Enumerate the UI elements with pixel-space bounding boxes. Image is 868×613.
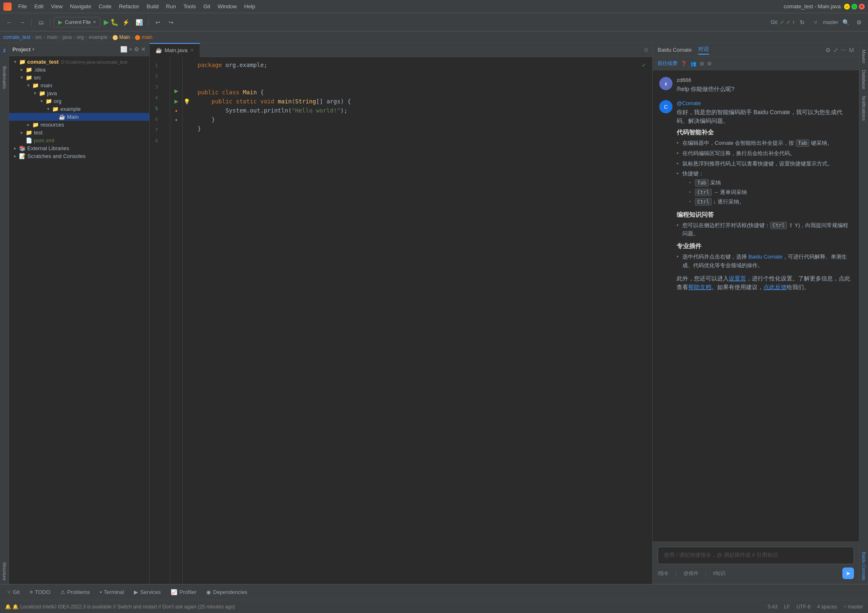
breadcrumb-item[interactable]: comate_test	[3, 34, 30, 40]
menu-view[interactable]: View	[48, 2, 66, 10]
ai-input-box[interactable]: 使用 / 调起快捷指令，@ 调起插件或 # 引用知识	[658, 547, 854, 564]
notifications-label[interactable]: Notifications	[860, 93, 868, 124]
tree-item-main-folder[interactable]: ▾ 📁 main	[9, 81, 149, 89]
hint-bulb[interactable]: 💡	[184, 97, 190, 106]
undo-button[interactable]: ↩	[152, 17, 164, 28]
ai-toolbar-help[interactable]: ❓	[681, 61, 687, 67]
tree-item-idea[interactable]: ▸ 📁 .idea	[9, 66, 149, 74]
project-dropdown[interactable]: ▾	[32, 47, 35, 52]
tree-item-scratches[interactable]: ▸ 📝 Scratches and Consoles	[9, 152, 149, 160]
ai-toolbar-grid[interactable]: ⊞	[700, 61, 704, 67]
git-branch-icon[interactable]: ⑂	[810, 17, 821, 28]
close-panel-button[interactable]: ✕	[141, 46, 146, 53]
run-gutter-line5[interactable]: ▶	[174, 97, 178, 106]
feedback-link[interactable]: 点此反馈	[763, 284, 787, 290]
debug-button[interactable]: 🐛	[110, 18, 119, 26]
run-config-selector[interactable]: ▶ Current File ▾	[54, 17, 100, 27]
outer-layout: 2 Bookmarks Structure Project ▾ ⬜ ⌖ ⚙ ✕ …	[0, 43, 868, 584]
hint-plugins[interactable]: @插件	[683, 570, 698, 577]
ai-hide-button[interactable]: M	[849, 47, 854, 53]
indent-setting[interactable]: 4 spaces	[817, 604, 837, 610]
breadcrumb-item[interactable]: example	[89, 34, 107, 40]
search-button[interactable]: 🔍	[840, 17, 851, 28]
ai-expand-button[interactable]: ⤢	[833, 47, 838, 53]
help-link[interactable]: 帮助文档	[688, 284, 711, 290]
profile-button[interactable]: 📊	[134, 17, 145, 28]
minimize-button[interactable]: ─	[844, 4, 850, 10]
bottom-tab-services[interactable]: ▶ Services	[130, 587, 165, 597]
menu-git[interactable]: Git	[200, 2, 214, 10]
close-button[interactable]: ✕	[859, 4, 865, 10]
bottom-tab-profiler[interactable]: 📈 Profiler	[167, 587, 200, 597]
tree-item-pom[interactable]: ▸ 📄 pom.xml	[9, 136, 149, 144]
redo-button[interactable]: ↪	[165, 17, 177, 28]
collapse-all-button[interactable]: ⬜	[120, 46, 127, 53]
bottom-tab-todo[interactable]: ≡ TODO	[26, 587, 55, 597]
code-editor[interactable]: package org.example; public class Main {…	[191, 57, 652, 584]
tree-item-src[interactable]: ▾ 📁 src	[9, 74, 149, 81]
line-separator[interactable]: LF	[784, 604, 790, 610]
menu-code[interactable]: Code	[95, 2, 115, 10]
cursor-position[interactable]: 5:43	[768, 604, 777, 610]
tab-close-main-java[interactable]: ✕	[190, 48, 194, 53]
tree-item-test[interactable]: ▸ 📁 test	[9, 129, 149, 136]
project-icon[interactable]: 🗂	[35, 17, 47, 28]
back-button[interactable]: ←	[3, 17, 15, 28]
tree-item-external-libs[interactable]: ▸ 📚 External Libraries	[9, 144, 149, 152]
tree-item-example[interactable]: ▾ 📁 example	[9, 105, 149, 113]
git-branch-status[interactable]: ⑂ master	[844, 604, 863, 610]
settings-link[interactable]: 设置页	[729, 275, 746, 282]
coverage-button[interactable]: ⚡	[120, 17, 132, 28]
maven-label[interactable]: Maven	[860, 46, 868, 67]
tree-item-java-folder[interactable]: ▾ 📁 java	[9, 89, 149, 97]
tree-item-org[interactable]: ▾ 📁 org	[9, 97, 149, 105]
database-label[interactable]: Database	[860, 67, 868, 93]
breadcrumb-item[interactable]: ⬤ Main	[112, 34, 130, 40]
ai-settings-button[interactable]: ⚙	[825, 47, 831, 53]
bottom-tab-git[interactable]: ⑂ Git	[3, 587, 24, 597]
menu-help[interactable]: Help	[241, 2, 259, 10]
menu-file[interactable]: File	[15, 2, 30, 10]
forward-button[interactable]: →	[17, 17, 28, 28]
file-encoding[interactable]: UTF-8	[796, 604, 811, 610]
ai-toolbar-settings2[interactable]: ⚙	[707, 61, 712, 67]
structure-side-label[interactable]: Structure	[0, 559, 9, 584]
breadcrumb-item[interactable]: main	[47, 34, 57, 40]
git-refresh[interactable]: ↻	[796, 17, 808, 28]
menu-edit[interactable]: Edit	[31, 2, 47, 10]
send-button[interactable]: ➤	[842, 568, 854, 579]
locate-file-button[interactable]: ⌖	[129, 46, 132, 53]
hint-knowledge[interactable]: #知识	[713, 570, 726, 577]
menu-build[interactable]: Build	[143, 2, 162, 10]
editor-tab-main-java[interactable]: ☕ Main.java ✕	[150, 43, 200, 57]
tab-gear-button[interactable]: ⚙	[640, 47, 652, 53]
bottom-tab-problems[interactable]: ⚠ Problems	[56, 587, 94, 597]
breadcrumb-item[interactable]: ⬤ main	[135, 34, 152, 40]
run-button[interactable]: ▶	[104, 18, 109, 26]
project-number-badge[interactable]: 2	[2, 46, 6, 55]
menu-navigate[interactable]: Navigate	[67, 2, 94, 10]
breadcrumb-item[interactable]: org	[76, 34, 83, 40]
menu-window[interactable]: Window	[215, 2, 240, 10]
hint-commands[interactable]: /指令	[658, 570, 669, 577]
settings-button[interactable]: ⚙	[853, 17, 865, 28]
ai-more-button[interactable]: ⋯	[841, 47, 847, 53]
breadcrumb-item[interactable]: java	[62, 34, 72, 40]
tree-item-root[interactable]: ▾ 📁 comate_test D:\Code\my-java-se\comat…	[9, 58, 149, 66]
maximize-button[interactable]: □	[851, 4, 857, 10]
ai-tab-chat[interactable]: 对话	[695, 43, 712, 57]
run-gutter-line4[interactable]: ▶	[174, 88, 178, 97]
baidu-comate-label[interactable]: Baidu Comate	[860, 548, 868, 584]
bottom-tab-dependencies[interactable]: ◉ Dependencies	[202, 587, 251, 597]
menu-run[interactable]: Run	[163, 2, 179, 10]
breadcrumb-item[interactable]: src	[35, 34, 42, 40]
ai-toolbar-text[interactable]: 前往续费	[658, 60, 677, 67]
tree-item-resources[interactable]: ▸ 📁 resources	[9, 121, 149, 129]
menu-tools[interactable]: Tools	[180, 2, 199, 10]
ai-toolbar-users[interactable]: 👥	[690, 61, 696, 67]
bottom-tab-terminal[interactable]: ▪ Terminal	[95, 587, 128, 597]
bookmarks-label[interactable]: Bookmarks	[0, 63, 9, 92]
panel-settings-button[interactable]: ⚙	[134, 46, 139, 53]
tree-item-main-java[interactable]: ▸ ☕ Main	[9, 113, 149, 121]
menu-refactor[interactable]: Refactor	[116, 2, 143, 10]
